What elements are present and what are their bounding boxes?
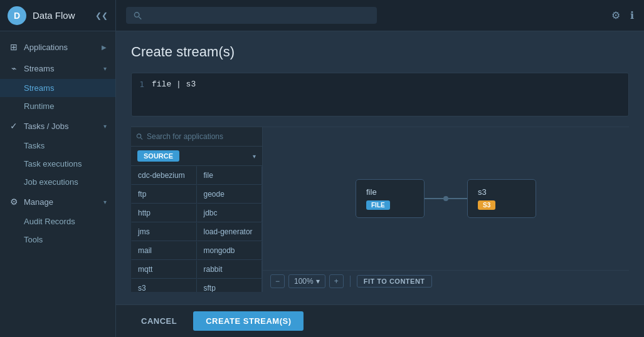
apps-search[interactable] [131, 127, 262, 147]
search-bar[interactable] [126, 7, 377, 24]
s3-node-label: s3 [478, 187, 487, 197]
streams-arrow: ▾ [103, 65, 107, 72]
pipeline-node-s3[interactable]: s3 S3 [467, 179, 536, 218]
sidebar-header: D Data Flow ❮❮ [0, 0, 115, 31]
app-item-cdc-debezium[interactable]: cdc-debezium [131, 166, 197, 185]
app-item-jdbc[interactable]: jdbc [197, 204, 263, 222]
tasks-jobs-label: Tasks / Jobs [24, 122, 98, 131]
sidebar-item-manage[interactable]: ⚙ Manage ▾ [0, 191, 115, 212]
sidebar-sub-runtime[interactable]: Runtime [0, 97, 115, 115]
app-item-file[interactable]: file [197, 166, 263, 185]
app-item-mongodb[interactable]: mongodb [197, 241, 263, 260]
connector-line-left [425, 198, 443, 199]
main-content: ⚙ ℹ Create stream(s) 1 file | s3 [116, 0, 644, 337]
sidebar-item-applications[interactable]: ⊞ Applications ▶ [0, 36, 115, 58]
sidebar-sub-tasks[interactable]: Tasks [0, 137, 115, 155]
applications-arrow: ▶ [102, 44, 107, 51]
sidebar-collapse-icon[interactable]: ❮❮ [95, 11, 108, 20]
app-item-jms[interactable]: jms [131, 222, 197, 241]
applications-icon: ⊞ [9, 42, 19, 52]
settings-icon[interactable]: ⚙ [611, 9, 620, 21]
line-number-1: 1 [132, 80, 152, 89]
apps-grid: cdc-debezium file ftp geode http jdbc jm… [131, 166, 262, 292]
sidebar-sub-job-executions[interactable]: Job executions [0, 173, 115, 191]
connector-dot [443, 196, 448, 201]
search-input[interactable] [147, 11, 369, 20]
tasks-icon: ✓ [9, 121, 19, 131]
topbar-actions: ⚙ ℹ [611, 9, 634, 21]
manage-icon: ⚙ [9, 197, 19, 207]
pipeline-node-file[interactable]: file FILE [356, 179, 425, 218]
streams-icon: ⌁ [9, 63, 19, 73]
info-icon[interactable]: ℹ [630, 9, 634, 21]
file-node-label: file [366, 187, 377, 197]
sidebar-sub-streams[interactable]: Streams [0, 79, 115, 97]
tasks-jobs-arrow: ▾ [103, 123, 107, 130]
svg-line-1 [139, 16, 141, 19]
applications-label: Applications [24, 43, 97, 52]
footer-bar: CANCEL CREATE STREAM(S) [116, 304, 644, 337]
app-title: Data Flow [33, 10, 75, 21]
sidebar-sub-tools[interactable]: Tools [0, 231, 115, 249]
topbar: ⚙ ℹ [116, 0, 644, 31]
zoom-display[interactable]: 100% ▾ [288, 274, 325, 288]
app-logo: D [8, 6, 26, 25]
connector-line-right [448, 198, 467, 199]
canvas-panel: file FILE s3 S3 [263, 127, 629, 292]
streams-label: Streams [24, 64, 98, 73]
zoom-out-icon: − [275, 277, 280, 286]
toolbar-separator [350, 276, 351, 287]
svg-point-2 [137, 134, 140, 138]
canvas-toolbar: − 100% ▾ + FIT TO CONTENT [263, 270, 629, 292]
apps-search-icon [136, 133, 143, 140]
bottom-panel: SOURCE ▾ cdc-debezium file ftp geode htt… [131, 127, 629, 292]
svg-line-3 [140, 138, 142, 140]
zoom-in-button[interactable]: + [329, 274, 344, 288]
source-badge: SOURCE [137, 150, 179, 162]
apps-search-input[interactable] [147, 132, 257, 141]
app-item-geode[interactable]: geode [197, 185, 263, 204]
app-item-mail[interactable]: mail [131, 241, 197, 260]
svg-point-0 [134, 12, 139, 17]
cancel-button[interactable]: CANCEL [131, 311, 187, 331]
source-dropdown[interactable]: SOURCE ▾ [131, 147, 262, 166]
apps-panel: SOURCE ▾ cdc-debezium file ftp geode htt… [131, 127, 263, 292]
sidebar-sub-task-executions[interactable]: Task executions [0, 155, 115, 173]
search-icon [134, 11, 142, 20]
sidebar-item-tasks-jobs[interactable]: ✓ Tasks / Jobs ▾ [0, 115, 115, 137]
app-item-ftp[interactable]: ftp [131, 185, 197, 204]
file-node-badge: FILE [366, 200, 390, 210]
app-item-sftp[interactable]: sftp [197, 279, 263, 292]
sidebar-item-streams[interactable]: ⌁ Streams ▾ [0, 58, 115, 79]
app-item-s3[interactable]: s3 [131, 279, 197, 292]
zoom-in-icon: + [334, 277, 339, 286]
pipeline: file FILE s3 S3 [356, 179, 536, 218]
manage-arrow: ▾ [103, 199, 107, 205]
app-item-http[interactable]: http [131, 204, 197, 222]
fit-to-content-button[interactable]: FIT TO CONTENT [357, 275, 432, 288]
code-editor[interactable]: 1 file | s3 [131, 73, 629, 117]
create-stream-button[interactable]: CREATE STREAM(S) [193, 311, 304, 331]
page-content: Create stream(s) 1 file | s3 SOU [116, 31, 644, 304]
zoom-dropdown-arrow: ▾ [316, 277, 320, 286]
sidebar: D Data Flow ❮❮ ⊞ Applications ▶ ⌁ Stream… [0, 0, 116, 337]
app-item-rabbit[interactable]: rabbit [197, 260, 263, 279]
app-item-load-generator[interactable]: load-generator [197, 222, 263, 241]
source-dropdown-arrow: ▾ [253, 153, 256, 160]
page-title: Create stream(s) [131, 44, 629, 60]
line-content-1: file | s3 [152, 80, 628, 89]
pipeline-connector [425, 196, 467, 201]
zoom-value: 100% [294, 277, 314, 286]
canvas-area: file FILE s3 S3 [263, 127, 629, 270]
sidebar-nav: ⊞ Applications ▶ ⌁ Streams ▾ Streams Run… [0, 31, 115, 337]
manage-label: Manage [24, 197, 98, 207]
app-item-mqtt[interactable]: mqtt [131, 260, 197, 279]
code-line-1: 1 file | s3 [132, 80, 628, 89]
zoom-out-button[interactable]: − [270, 274, 285, 288]
sidebar-sub-audit-records[interactable]: Audit Records [0, 212, 115, 231]
s3-node-badge: S3 [478, 200, 495, 210]
